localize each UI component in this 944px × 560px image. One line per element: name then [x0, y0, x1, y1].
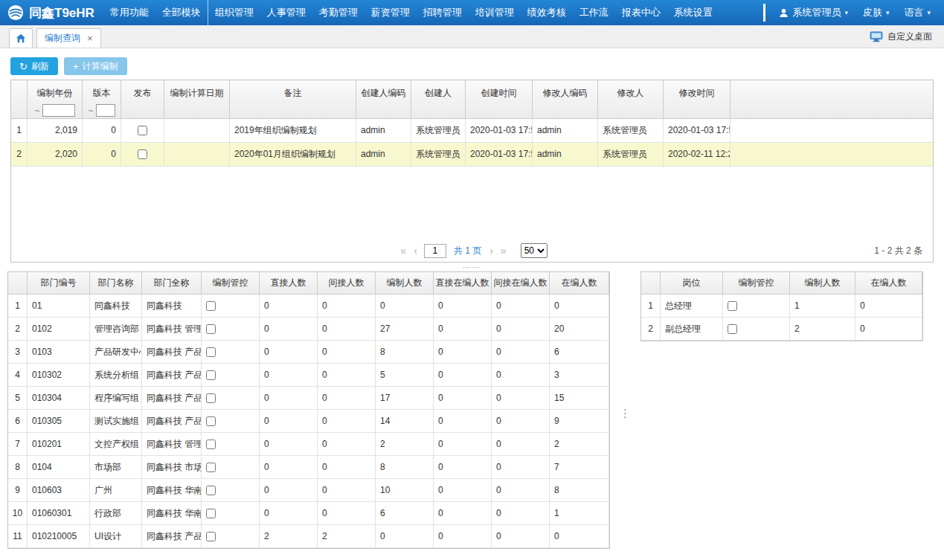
dept-column-header: 直接人数: [260, 272, 318, 294]
nav-item-3[interactable]: 组织管理: [208, 0, 260, 25]
next-page-icon[interactable]: ›: [489, 245, 493, 256]
control-cell: [723, 318, 790, 340]
code-cell: 010201: [28, 433, 90, 455]
control-cell: [202, 318, 260, 340]
control-cell: [202, 456, 260, 478]
establishment-control-checkbox[interactable]: [728, 301, 737, 311]
home-icon: [16, 33, 26, 43]
direct-cell: 0: [260, 456, 318, 478]
custom-desktop-label: 自定义桌面: [887, 30, 932, 43]
horizontal-splitter[interactable]: ⋯⋯: [0, 263, 944, 271]
language-menu[interactable]: 语言 ▾: [904, 6, 931, 19]
custom-desktop-button[interactable]: 自定义桌面: [870, 30, 935, 43]
user-menu-label: 系统管理员: [792, 6, 841, 19]
user-menu[interactable]: 系统管理员 ▾: [779, 6, 848, 19]
name-cell: 测试实施组: [90, 410, 142, 432]
establishment-control-checkbox[interactable]: [206, 347, 216, 357]
onboard-cell: 6: [550, 341, 609, 363]
create_time-cell: 2020-01-03 17:51:5: [466, 143, 533, 166]
user-icon: [779, 8, 789, 18]
dept-column-header: 在编人数: [550, 272, 609, 294]
establishment-cell: 17: [376, 387, 434, 409]
dept-table-row[interactable]: 1001060301行政部同鑫科技 华南基地006001: [8, 502, 609, 525]
pos-column-header: 编制管控: [723, 272, 790, 294]
dept-table-row[interactable]: 30103产品研发中心同鑫科技 产品研发中心008006: [8, 341, 609, 364]
establishment-control-checkbox[interactable]: [206, 301, 216, 311]
position-grid: 岗位编制管控编制人数在编人数 1总经理102副总经理20: [640, 271, 923, 341]
creator-cell: 系统管理员: [411, 119, 466, 142]
code-cell: 010210005: [28, 525, 90, 547]
filter-input[interactable]: [42, 104, 75, 117]
main-column-header: 版本~: [83, 80, 121, 118]
establishment-control-checkbox[interactable]: [206, 463, 216, 472]
publish-cell: [121, 143, 164, 166]
establishment-control-checkbox[interactable]: [206, 324, 216, 334]
refresh-button[interactable]: ↻ 刷新: [10, 57, 58, 75]
establishment-control-checkbox[interactable]: [206, 509, 216, 518]
dept-table-row[interactable]: 20102管理咨询部同鑫科技 管理咨询部00270020: [8, 318, 609, 341]
vertical-splitter[interactable]: ⋮: [610, 271, 640, 555]
code-cell: 010304: [28, 387, 90, 409]
logo: 同鑫T9eHR: [0, 4, 103, 22]
establishment-control-checkbox[interactable]: [206, 532, 216, 541]
dept-table-row[interactable]: 9010603广州同鑫科技 华南基地0010008: [8, 479, 609, 502]
dept-table-row[interactable]: 101同鑫科技同鑫科技000000: [8, 295, 609, 318]
main-table-row[interactable]: 12,01902019年组织编制规划admin系统管理员2020-01-03 1…: [11, 119, 933, 143]
nav-item-11[interactable]: 报表中心: [615, 0, 667, 25]
nav-item-6[interactable]: 薪资管理: [365, 0, 417, 25]
control-cell: [202, 387, 260, 409]
tab-establishment-query[interactable]: 编制查询 ×: [36, 28, 101, 48]
full-cell: 同鑫科技 管理咨询部: [142, 433, 202, 455]
code-cell: 010603: [28, 479, 90, 501]
dept-table-row[interactable]: 5010304程序编写组同鑫科技 产品研发中心00170015: [8, 387, 609, 410]
establishment-control-checkbox[interactable]: [728, 324, 737, 334]
main-column-header: 备注: [230, 80, 356, 118]
nav-item-1[interactable]: 常用功能: [103, 0, 155, 25]
nav-item-7[interactable]: 招聘管理: [417, 0, 469, 25]
dept-table-row[interactable]: 7010201文控产权组同鑫科技 管理咨询部002002: [8, 433, 609, 456]
prev-page-icon[interactable]: ‹: [414, 245, 417, 256]
establishment-control-checkbox[interactable]: [206, 416, 216, 426]
direct_onboard-cell: 0: [434, 387, 492, 409]
first-page-icon[interactable]: «: [400, 245, 406, 256]
control-cell: [723, 295, 790, 317]
direct-cell: 0: [260, 387, 318, 409]
home-tab[interactable]: [9, 28, 33, 48]
nav-item-12[interactable]: 系统设置: [667, 0, 719, 25]
establishment-control-checkbox[interactable]: [206, 486, 216, 495]
establishment-control-checkbox[interactable]: [206, 440, 216, 449]
publish-checkbox[interactable]: [138, 126, 147, 135]
code-cell: 0104: [28, 456, 90, 478]
rownum-column-header: [11, 80, 28, 118]
dept-table-row[interactable]: 80104市场部同鑫科技 市场部008007: [8, 456, 609, 479]
page-size-select[interactable]: 50: [521, 243, 548, 258]
dept-column-header: 部门名称: [90, 272, 142, 294]
dept-table-row[interactable]: 6010305测试实施组同鑫科技 产品研发中心0014009: [8, 410, 609, 433]
dept-table-row[interactable]: 11010210005UI设计同鑫科技 产品研发中心220000: [8, 525, 609, 548]
page-number-input[interactable]: [424, 244, 446, 258]
nav-item-5[interactable]: 考勤管理: [312, 0, 365, 25]
nav-item-8[interactable]: 培训管理: [469, 0, 521, 25]
calculate-establishment-button[interactable]: + 计算编制: [64, 57, 127, 75]
establishment-control-checkbox[interactable]: [206, 393, 216, 403]
last-page-icon[interactable]: »: [501, 245, 507, 256]
nav-item-9[interactable]: 绩效考核: [521, 0, 573, 25]
establishment-control-checkbox[interactable]: [206, 370, 216, 380]
nav-item-2[interactable]: 全部模块: [155, 0, 208, 25]
nav-item-10[interactable]: 工作流: [573, 0, 615, 25]
pos-table-row[interactable]: 2副总经理20: [641, 318, 922, 341]
name-cell: 管理咨询部: [90, 318, 142, 340]
modifier_code-cell: admin: [533, 143, 598, 166]
dept-table-row[interactable]: 4010302系统分析组同鑫科技 产品研发中心005003: [8, 364, 609, 387]
full-cell: 同鑫科技 产品研发中心: [142, 410, 202, 432]
rownum-cell: 6: [8, 410, 28, 432]
pos-table-row[interactable]: 1总经理10: [641, 295, 922, 318]
dept-column-header: 间接人数: [318, 272, 376, 294]
skin-menu[interactable]: 皮肤 ▾: [863, 6, 890, 19]
nav-item-4[interactable]: 人事管理: [260, 0, 312, 25]
calc_date-cell: [164, 143, 230, 166]
main-table-row[interactable]: 22,02002020年01月组织编制规划admin系统管理员2020-01-0…: [11, 143, 933, 167]
filter-input[interactable]: [96, 104, 115, 117]
close-icon[interactable]: ×: [87, 33, 93, 43]
publish-checkbox[interactable]: [138, 149, 147, 159]
